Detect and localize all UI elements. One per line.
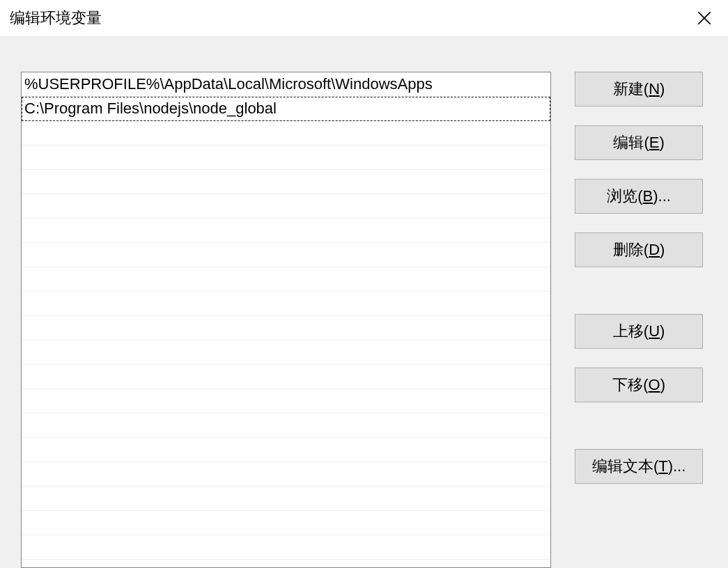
move-down-button[interactable]: 下移(O) (575, 368, 703, 402)
path-list-row[interactable] (22, 170, 550, 194)
path-list-row[interactable] (22, 535, 550, 560)
button-label: 删除(D) (613, 239, 665, 260)
path-list-row[interactable] (22, 219, 550, 243)
dialog-title: 编辑环境变量 (10, 8, 102, 29)
path-list-row[interactable] (22, 316, 550, 340)
spacer (572, 160, 707, 179)
path-list-row[interactable] (22, 413, 550, 438)
button-column: 新建(N) 编辑(E) 浏览(B)... 删除(D) (572, 72, 707, 568)
path-list-row[interactable] (22, 121, 550, 145)
dialog-body: %USERPROFILE%\AppData\Local\Microsoft\Wi… (0, 37, 728, 568)
close-icon (697, 11, 711, 25)
button-label: 下移(O) (612, 374, 665, 395)
button-label: 编辑文本(T)... (592, 456, 686, 477)
path-list-row[interactable] (22, 194, 550, 219)
spacer (572, 106, 707, 125)
browse-button[interactable]: 浏览(B)... (575, 179, 703, 214)
button-label: 上移(U) (613, 321, 665, 342)
dialog-window: 编辑环境变量 %USERPROFILE%\AppData\Local\Micro… (0, 0, 728, 568)
path-list-row[interactable] (22, 389, 550, 413)
path-list-row[interactable] (22, 145, 550, 170)
spacer (572, 214, 707, 232)
path-list-row[interactable] (22, 267, 550, 292)
edit-text-button[interactable]: 编辑文本(T)... (575, 449, 703, 484)
edit-button[interactable]: 编辑(E) (575, 125, 703, 160)
title-bar: 编辑环境变量 (0, 0, 728, 37)
path-list-row[interactable]: C:\Program Files\nodejs\node_global (22, 97, 550, 121)
path-list-row[interactable] (22, 462, 550, 487)
path-list-row[interactable]: %USERPROFILE%\AppData\Local\Microsoft\Wi… (22, 72, 550, 97)
path-list-row[interactable] (22, 511, 550, 535)
path-list-row[interactable] (22, 438, 550, 462)
path-list-row[interactable] (22, 340, 550, 365)
spacer (572, 267, 707, 314)
path-list-row[interactable] (22, 487, 550, 511)
new-button[interactable]: 新建(N) (575, 72, 703, 106)
delete-button[interactable]: 删除(D) (575, 232, 703, 267)
button-label: 编辑(E) (613, 132, 664, 153)
spacer (572, 402, 707, 449)
path-list-row[interactable] (22, 365, 550, 389)
button-label: 浏览(B)... (607, 186, 671, 207)
close-button[interactable] (683, 0, 725, 37)
button-label: 新建(N) (613, 79, 665, 100)
path-list-row[interactable] (22, 243, 550, 267)
path-list-row[interactable] (22, 292, 550, 316)
path-list[interactable]: %USERPROFILE%\AppData\Local\Microsoft\Wi… (21, 72, 551, 568)
move-up-button[interactable]: 上移(U) (575, 314, 703, 349)
spacer (572, 349, 707, 368)
